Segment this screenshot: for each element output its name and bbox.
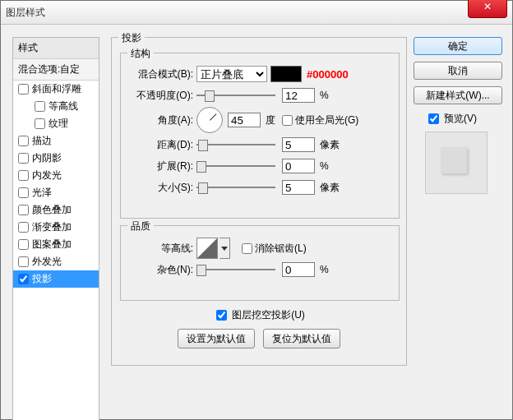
window-title: 图层样式 — [1, 6, 45, 20]
styles-header: 样式 — [13, 38, 99, 59]
preview-label: 预览(V) — [444, 112, 477, 126]
antialias-label: 消除锯齿(L) — [255, 242, 307, 256]
distance-label: 距离(D): — [122, 138, 196, 152]
effect-title: 投影 — [118, 31, 145, 45]
reset-default-button[interactable]: 复位为默认值 — [263, 329, 340, 348]
titlebar: 图层样式 ✕ — [1, 1, 512, 25]
style-item-label: 斜面和浮雕 — [32, 82, 81, 96]
angle-unit: 度 — [266, 113, 275, 127]
layer-style-dialog: 图层样式 ✕ 样式 混合选项:自定 斜面和浮雕等高线纹理描边内阴影内发光光泽颜色… — [0, 0, 513, 420]
style-item-checkbox[interactable] — [18, 187, 29, 198]
global-light-label: 使用全局光(G) — [295, 113, 358, 127]
style-item-label: 内发光 — [32, 168, 62, 182]
blend-mode-select[interactable]: 正片叠底 — [196, 66, 267, 82]
contour-picker[interactable] — [196, 238, 218, 259]
global-light-checkbox[interactable] — [282, 115, 293, 126]
style-item-3[interactable]: 描边 — [13, 132, 99, 150]
size-label: 大小(S): — [122, 181, 196, 195]
style-item-checkbox[interactable] — [35, 101, 45, 112]
style-item-checkbox[interactable] — [18, 84, 29, 95]
spread-slider[interactable] — [196, 160, 275, 172]
style-item-label: 外发光 — [32, 255, 62, 269]
style-item-0[interactable]: 斜面和浮雕 — [13, 81, 99, 98]
spread-unit: % — [320, 160, 329, 172]
style-item-9[interactable]: 图案叠加 — [13, 236, 99, 253]
style-item-label: 光泽 — [32, 186, 52, 200]
structure-group: 结构 混合模式(B): 正片叠底 #000000 不透明度(O): % — [120, 53, 400, 219]
style-item-label: 纹理 — [49, 117, 68, 131]
opacity-unit: % — [320, 90, 329, 101]
ok-button[interactable]: 确定 — [414, 37, 502, 55]
spread-label: 扩展(R): — [122, 159, 196, 173]
blend-options-row[interactable]: 混合选项:自定 — [13, 59, 99, 81]
size-slider[interactable] — [196, 182, 275, 193]
style-item-checkbox[interactable] — [35, 118, 45, 129]
style-item-checkbox[interactable] — [18, 239, 29, 250]
style-item-checkbox[interactable] — [18, 274, 29, 284]
distance-unit: 像素 — [320, 138, 340, 152]
style-item-label: 等高线 — [49, 99, 78, 113]
angle-label: 角度(A): — [122, 113, 196, 127]
opacity-label: 不透明度(O): — [122, 89, 196, 103]
angle-input[interactable] — [228, 113, 261, 127]
structure-legend: 结构 — [127, 47, 154, 61]
distance-input[interactable] — [282, 137, 315, 152]
style-item-10[interactable]: 外发光 — [13, 253, 99, 270]
noise-slider[interactable] — [196, 264, 275, 275]
distance-slider[interactable] — [196, 139, 275, 150]
style-item-checkbox[interactable] — [18, 136, 29, 146]
style-item-label: 描边 — [32, 134, 52, 148]
contour-dropdown[interactable] — [220, 238, 230, 259]
style-item-5[interactable]: 内发光 — [13, 167, 99, 184]
antialias-checkbox[interactable] — [242, 243, 252, 254]
color-hex-label: #000000 — [307, 68, 349, 81]
color-swatch[interactable] — [270, 66, 302, 82]
style-item-label: 颜色叠加 — [32, 203, 72, 217]
noise-label: 杂色(N): — [122, 263, 196, 277]
opacity-input[interactable] — [282, 88, 315, 103]
knockout-checkbox[interactable] — [216, 310, 227, 321]
style-item-label: 内阴影 — [32, 151, 62, 165]
knockout-label: 图层挖空投影(U) — [232, 308, 305, 322]
size-input[interactable] — [282, 180, 315, 195]
cancel-button[interactable]: 取消 — [414, 62, 502, 80]
size-unit: 像素 — [320, 181, 340, 195]
noise-input[interactable] — [282, 262, 315, 277]
quality-legend: 品质 — [127, 219, 154, 233]
style-item-4[interactable]: 内阴影 — [13, 150, 99, 167]
style-item-label: 渐变叠加 — [32, 220, 72, 234]
angle-dial[interactable] — [196, 107, 223, 133]
style-item-label: 投影 — [32, 272, 52, 286]
style-item-7[interactable]: 颜色叠加 — [13, 201, 99, 219]
style-item-11[interactable]: 投影 — [13, 270, 99, 288]
style-item-checkbox[interactable] — [18, 170, 29, 181]
spread-input[interactable] — [282, 159, 315, 173]
blend-mode-label: 混合模式(B): — [122, 67, 196, 81]
make-default-button[interactable]: 设置为默认值 — [178, 329, 255, 348]
noise-unit: % — [320, 264, 329, 275]
style-item-checkbox[interactable] — [18, 205, 29, 215]
style-item-2[interactable]: 纹理 — [13, 115, 99, 132]
style-item-1[interactable]: 等高线 — [13, 98, 99, 115]
style-item-6[interactable]: 光泽 — [13, 184, 99, 201]
preview-thumbnail — [425, 132, 488, 194]
styles-panel: 样式 混合选项:自定 斜面和浮雕等高线纹理描边内阴影内发光光泽颜色叠加渐变叠加图… — [12, 37, 99, 420]
close-button[interactable]: ✕ — [468, 0, 507, 18]
style-item-checkbox[interactable] — [18, 222, 29, 233]
new-style-button[interactable]: 新建样式(W)... — [414, 86, 502, 104]
quality-group: 品质 等高线: 消除锯齿(L) 杂色(N): % — [120, 225, 400, 301]
style-item-label: 图案叠加 — [32, 238, 72, 252]
style-item-checkbox[interactable] — [18, 153, 29, 164]
effect-panel: 投影 结构 混合模式(B): 正片叠底 #000000 不透明度(O): % — [111, 37, 407, 366]
contour-label: 等高线: — [122, 242, 196, 256]
chevron-down-icon — [221, 247, 228, 251]
preview-checkbox[interactable] — [428, 113, 439, 124]
style-item-8[interactable]: 渐变叠加 — [13, 219, 99, 236]
style-item-checkbox[interactable] — [18, 256, 29, 267]
dialog-buttons: 确定 取消 新建样式(W)... 预览(V) — [414, 37, 502, 194]
opacity-slider[interactable] — [196, 90, 275, 101]
